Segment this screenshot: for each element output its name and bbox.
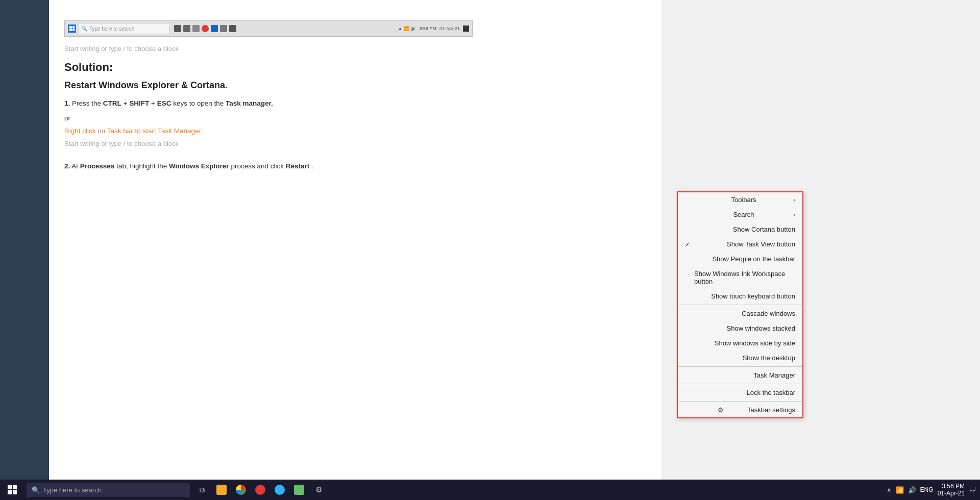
menu-divider [678, 305, 802, 305]
menu-label-people: Show People on the taskbar [712, 255, 795, 263]
esc-key: ESC [157, 99, 172, 107]
app-icon-6[interactable] [290, 480, 308, 500]
gear-icon: ⚙ [718, 406, 724, 414]
preview-right: ▲ 📶 🔊 3:53 PM 01-Apr-21 [398, 26, 469, 32]
clock-time: 3:56 PM [942, 483, 965, 490]
subheading: Restart Windows Explorer & Cortana. [64, 80, 646, 91]
menu-label-cortana: Show Cortana button [733, 226, 795, 233]
taskbar-search-bar[interactable]: 🔍 Type here to search [27, 483, 190, 497]
menu-label-taskview: Show Task View button [727, 240, 795, 248]
notification-icon[interactable]: 🗨 [969, 486, 976, 494]
menu-item-toolbars[interactable]: Toolbars› [678, 192, 802, 207]
task-view-button[interactable]: ⧉ [193, 480, 211, 500]
taskbar-search-icon: 🔍 [32, 486, 40, 494]
network-icon: 📶 [896, 486, 904, 494]
processes-label: Processes [80, 162, 115, 170]
menu-item-lock[interactable]: Lock the taskbar [678, 385, 802, 400]
solution-heading: Solution: [64, 61, 646, 74]
menu-item-sidebyside[interactable]: Show windows side by side [678, 336, 802, 351]
menu-item-settings[interactable]: ⚙Taskbar settings [678, 403, 802, 417]
menu-item-taskview[interactable]: ✓Show Task View button [678, 237, 802, 252]
clock-date: 01-Apr-21 [938, 490, 965, 497]
menu-item-search[interactable]: Search› [678, 207, 802, 222]
app-icon-5[interactable] [271, 480, 289, 500]
right-panel: Toolbars›Search›Show Cortana button✓Show… [662, 0, 980, 480]
menu-item-ink[interactable]: Show Windows Ink Workspace button [678, 266, 802, 289]
file-explorer-icon[interactable] [212, 480, 231, 500]
taskbar-preview-image: 🔍 Type here to search ▲ 📶 🔊 3:53 PM 01-A… [64, 20, 473, 37]
preview-search: 🔍 Type here to search [78, 23, 170, 34]
start-button[interactable] [0, 480, 24, 500]
menu-item-cascade[interactable]: Cascade windows [678, 306, 802, 321]
opera-icon[interactable] [251, 480, 270, 500]
menu-check-taskview: ✓ [685, 241, 693, 248]
step-2: 2. At Processes tab, highlight the Windo… [64, 161, 646, 172]
taskbar-clock: 3:56 PM 01-Apr-21 [938, 483, 965, 497]
submenu-arrow-toolbars: › [793, 196, 795, 204]
preview-icons [174, 25, 236, 32]
main-content: 🔍 Type here to search ▲ 📶 🔊 3:53 PM 01-A… [49, 0, 662, 480]
preview-start [68, 24, 76, 33]
menu-item-keyboard[interactable]: Show touch keyboard button [678, 289, 802, 304]
menu-item-taskmanager[interactable]: Task Manager [678, 368, 802, 383]
ctrl-key: CTRL [103, 99, 121, 107]
menu-label-stacked: Show windows stacked [727, 324, 795, 332]
step-1: 1. Press the CTRL + SHIFT + ESC keys to … [64, 98, 646, 109]
explorer-label: Windows Explorer [169, 162, 229, 170]
menu-item-people[interactable]: Show People on the taskbar [678, 252, 802, 266]
step-1-number: 1. [64, 99, 70, 107]
menu-divider [678, 366, 802, 367]
taskbar-right-tray: ∧ 📶 🔊 ENG 3:56 PM 01-Apr-21 🗨 [887, 483, 980, 497]
context-menu: Toolbars›Search›Show Cortana button✓Show… [677, 191, 803, 418]
menu-item-cortana[interactable]: Show Cortana button [678, 222, 802, 237]
taskbar-app-icons: ⧉ ⚙ [193, 480, 328, 500]
volume-icon: 🔊 [908, 486, 916, 494]
task-manager-label: Task manager. [226, 99, 273, 107]
or-text: or [64, 114, 646, 122]
step-2-number: 2. [64, 162, 70, 170]
menu-label-search: Search [733, 211, 754, 218]
link-text[interactable]: Right click on Task bar to start Task Ma… [64, 127, 646, 135]
menu-label-lock: Lock the taskbar [747, 389, 795, 396]
menu-label-keyboard: Show touch keyboard button [711, 292, 795, 300]
menu-label-taskmanager: Task Manager [753, 371, 795, 379]
menu-divider [678, 401, 802, 402]
taskbar-search-text: Type here to search [43, 486, 102, 494]
taskbar: 🔍 Type here to search ⧉ ⚙ [0, 480, 980, 500]
placeholder-1: Start writing or type / to choose a bloc… [64, 45, 646, 53]
chrome-icon[interactable] [232, 480, 250, 500]
language-indicator: ENG [920, 486, 934, 493]
menu-label-cascade: Cascade windows [742, 310, 795, 317]
settings-icon[interactable]: ⚙ [309, 480, 328, 500]
start-icon [8, 485, 17, 494]
menu-divider [678, 384, 802, 384]
menu-label-toolbars: Toolbars [731, 196, 756, 204]
left-sidebar [0, 0, 49, 480]
menu-label-ink: Show Windows Ink Workspace button [694, 270, 795, 285]
placeholder-2: Start writing or type / to choose a bloc… [64, 140, 646, 147]
submenu-arrow-search: › [793, 211, 795, 218]
menu-item-desktop[interactable]: Show the desktop [678, 351, 802, 365]
shift-key: SHIFT [129, 99, 149, 107]
chevron-icon[interactable]: ∧ [887, 486, 892, 494]
menu-item-stacked[interactable]: Show windows stacked [678, 321, 802, 336]
restart-label: Restart [286, 162, 310, 170]
menu-label-desktop: Show the desktop [743, 354, 795, 362]
menu-label-settings: Taskbar settings [747, 406, 795, 414]
menu-label-sidebyside: Show windows side by side [715, 339, 795, 347]
